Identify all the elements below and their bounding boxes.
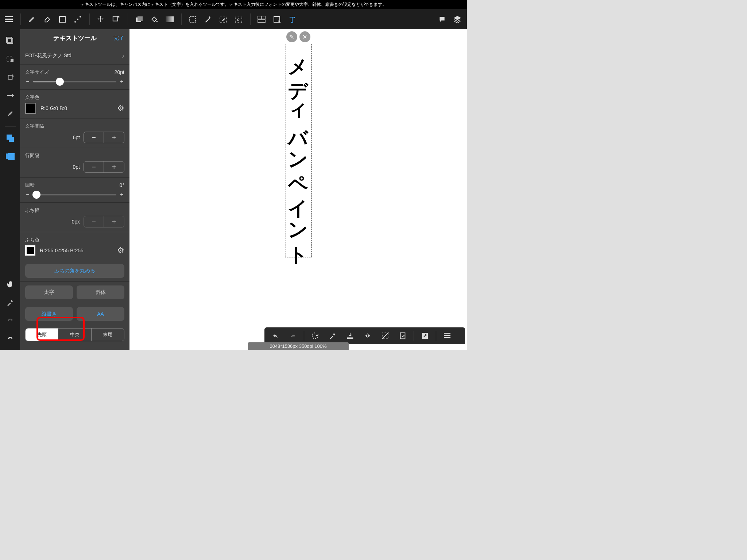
rotate-icon[interactable]	[307, 328, 323, 343]
select-erase-icon[interactable]	[231, 12, 246, 27]
magic-wand-icon[interactable]	[201, 12, 215, 27]
text-color-swatch[interactable]	[25, 103, 36, 114]
plus-icon[interactable]: +	[104, 132, 124, 143]
plus-icon[interactable]: +	[104, 216, 124, 227]
redo-button[interactable]	[285, 328, 301, 343]
text-tool-icon[interactable]	[285, 12, 299, 27]
align-center-button[interactable]: 中央	[58, 328, 91, 341]
rotate-canvas-icon[interactable]	[3, 70, 18, 85]
done-button[interactable]: 完了	[113, 35, 124, 42]
char-spacing-stepper[interactable]: −+	[84, 132, 124, 143]
move-tool-icon[interactable]	[93, 12, 108, 27]
bold-button[interactable]: 太字	[25, 285, 73, 299]
eyedropper-icon[interactable]	[3, 295, 18, 310]
plus-icon[interactable]: +	[119, 191, 124, 198]
svg-rect-3	[59, 16, 65, 22]
edge-color-swatch[interactable]	[25, 245, 35, 256]
canvas-area[interactable]: ✎ ✕ メディバンペイント 747*560px 350dpi 100%	[129, 29, 467, 350]
eraser-tool-icon[interactable]	[40, 12, 54, 27]
font-size-slider[interactable]: − +	[25, 78, 124, 85]
vertical-writing-button[interactable]: 縦書き	[25, 307, 73, 321]
gear-icon[interactable]: ⚙	[117, 246, 124, 255]
layers-icon[interactable]	[450, 12, 465, 27]
svg-rect-2	[5, 21, 13, 22]
align-segmented[interactable]: 先頭 中央 末尾	[25, 328, 124, 341]
minus-icon[interactable]: −	[84, 132, 104, 143]
plus-icon[interactable]: +	[104, 162, 124, 172]
undo-icon[interactable]	[3, 332, 18, 346]
expand-icon[interactable]	[417, 328, 433, 343]
svg-rect-12	[190, 16, 196, 22]
rotation-value: 0°	[120, 182, 124, 188]
line-spacing-value: 0pt	[73, 164, 80, 170]
chevron-right-icon: ›	[122, 51, 124, 60]
deselect-icon[interactable]	[377, 328, 393, 343]
font-size-row: 文字サイズ 20pt − +	[20, 64, 129, 89]
line-spacing-row: 行間隔 0pt −+	[20, 148, 129, 177]
flip-icon[interactable]	[360, 328, 376, 343]
text-color-value: R:0 G:0 B:0	[40, 105, 67, 111]
brush-settings-icon[interactable]	[3, 106, 18, 121]
chat-icon[interactable]	[435, 12, 449, 27]
more-icon[interactable]	[439, 328, 455, 343]
selection-icon[interactable]	[3, 52, 18, 66]
fill-tool-icon[interactable]	[132, 12, 146, 27]
brush-tool-icon[interactable]	[24, 12, 39, 27]
char-spacing-row: 文字間隔 6pt −+	[20, 118, 129, 148]
tip-text: テキストツールは、キャンバス内にテキスト（文字）を入れるツールです。テキスト入力…	[80, 1, 387, 8]
svg-rect-14	[235, 16, 242, 23]
dot-tool-icon[interactable]	[70, 12, 85, 27]
text-bounding-box[interactable]: メディバンペイント	[285, 44, 311, 257]
left-rail	[0, 29, 20, 350]
text-color-row: 文字色 R:0 G:0 B:0 ⚙	[20, 89, 129, 118]
shape-tool-icon[interactable]	[55, 12, 70, 27]
main-toolbar	[0, 9, 467, 29]
minus-icon[interactable]: −	[84, 216, 104, 227]
rotation-slider[interactable]: − +	[25, 191, 124, 198]
transform-tool-icon[interactable]	[109, 12, 123, 27]
align-head-button[interactable]: 先頭	[26, 328, 58, 341]
fullscreen-icon[interactable]	[3, 34, 18, 48]
gradient-tool-icon[interactable]	[162, 12, 177, 27]
eyedropper-btm-icon[interactable]	[325, 328, 341, 343]
color-panel-icon[interactable]	[3, 149, 18, 164]
svg-rect-28	[8, 153, 14, 159]
close-text-button[interactable]: ✕	[299, 31, 310, 42]
italic-button[interactable]: 斜体	[77, 285, 124, 299]
line-spacing-stepper[interactable]: −+	[84, 161, 124, 173]
minus-icon[interactable]: −	[25, 191, 30, 198]
paste-icon[interactable]	[395, 328, 411, 343]
edge-width-label: ふち幅	[25, 207, 39, 213]
select-rect-icon[interactable]	[185, 12, 200, 27]
gear-icon[interactable]: ⚙	[117, 104, 124, 113]
font-selector-row[interactable]: FOT-花風テクノ Std ›	[20, 47, 129, 64]
font-size-label: 文字サイズ	[25, 69, 49, 75]
color-foreground-icon[interactable]	[3, 131, 18, 145]
select-pen-icon[interactable]	[216, 12, 231, 27]
edge-width-stepper[interactable]: −+	[84, 216, 124, 228]
redo-icon[interactable]	[3, 314, 18, 328]
undo-button[interactable]	[267, 328, 283, 343]
round-corner-button[interactable]: ふちの角を丸める	[25, 264, 124, 278]
svg-point-10	[156, 20, 158, 22]
bucket-tool-icon[interactable]	[147, 12, 162, 27]
edge-color-value: R:255 G:255 B:255	[40, 248, 84, 253]
edge-width-value: 0px	[71, 219, 80, 225]
save-icon[interactable]	[342, 328, 358, 343]
snap-icon[interactable]	[3, 88, 18, 103]
char-spacing-label: 文字間隔	[25, 123, 44, 129]
text-color-label: 文字色	[25, 94, 39, 100]
operation-tool-icon[interactable]	[270, 12, 284, 27]
aa-button[interactable]: AA	[77, 307, 124, 321]
minus-icon[interactable]: −	[25, 78, 30, 85]
menu-icon[interactable]	[1, 12, 16, 27]
panel-tool-icon[interactable]	[254, 12, 269, 27]
align-end-button[interactable]: 末尾	[92, 328, 124, 341]
plus-icon[interactable]: +	[119, 78, 124, 85]
minus-icon[interactable]: −	[84, 162, 104, 172]
panel-title: テキストツール	[53, 34, 97, 42]
edit-text-button[interactable]: ✎	[286, 31, 297, 42]
text-float-buttons: ✎ ✕	[286, 31, 310, 42]
hand-tool-icon[interactable]	[3, 277, 18, 292]
svg-rect-36	[444, 337, 450, 338]
